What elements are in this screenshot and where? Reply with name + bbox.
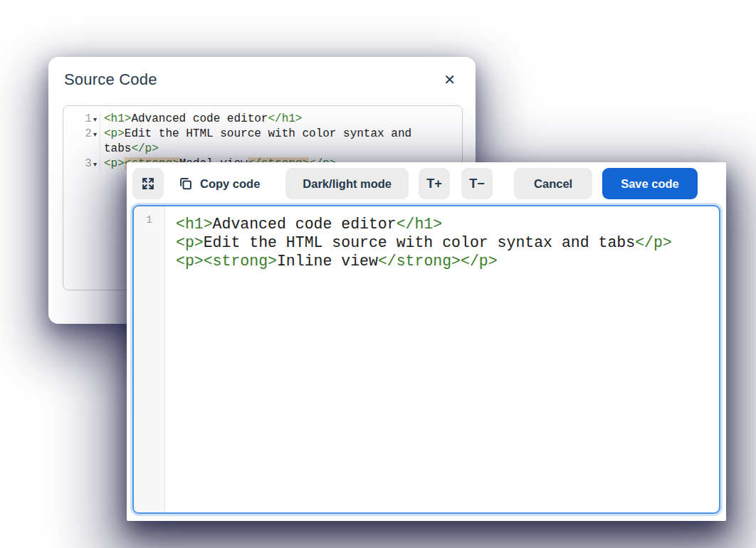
- code-line: <p>Edit the HTML source with color synta…: [176, 233, 712, 252]
- code-line: <h1>Advanced code editor</h1>: [100, 112, 462, 127]
- code-line: tabs</p>: [100, 142, 462, 157]
- close-button[interactable]: ✕: [441, 70, 458, 90]
- code-line: <p>Edit the HTML source with color synta…: [100, 127, 462, 142]
- dark-light-mode-label: Dark/light mode: [303, 177, 392, 191]
- dialog-header: Source Code ✕: [48, 57, 476, 90]
- font-size-increase-button[interactable]: T+: [419, 168, 450, 199]
- fullscreen-button[interactable]: [132, 168, 164, 199]
- expand-arrows-icon: [140, 176, 156, 191]
- font-size-decrease-button[interactable]: T−: [461, 168, 493, 199]
- font-size-increase-label: T+: [426, 176, 442, 191]
- dialog-title: Source Code: [64, 70, 157, 89]
- save-code-label: Save code: [621, 177, 679, 191]
- copy-code-button[interactable]: Copy code: [175, 168, 263, 199]
- code-editor[interactable]: 1 <h1>Advanced code editor</h1><p>Edit t…: [132, 205, 720, 514]
- dark-light-mode-button[interactable]: Dark/light mode: [285, 168, 409, 199]
- code-content[interactable]: <h1>Advanced code editor</h1><p>Edit the…: [165, 206, 719, 512]
- copy-icon: [178, 176, 194, 191]
- line-number-gutter: 1: [134, 206, 165, 512]
- line-number: 1: [146, 214, 152, 226]
- editor-toolbar: Copy code Dark/light mode T+ T− Cancel S…: [127, 162, 726, 205]
- copy-code-label: Copy code: [200, 177, 260, 191]
- cancel-button[interactable]: Cancel: [514, 168, 592, 199]
- code-line: <p><strong>Inline view</strong></p>: [176, 252, 712, 270]
- line-number: [63, 142, 100, 157]
- save-code-button[interactable]: Save code: [602, 168, 698, 199]
- font-size-decrease-label: T−: [469, 176, 485, 191]
- close-icon: ✕: [443, 72, 456, 88]
- line-number: 1▾: [63, 112, 100, 127]
- line-number: 3▾: [63, 157, 100, 172]
- inline-editor-panel: Copy code Dark/light mode T+ T− Cancel S…: [127, 162, 726, 521]
- line-number: 2▾: [63, 127, 100, 142]
- cancel-label: Cancel: [534, 177, 572, 191]
- code-line: <h1>Advanced code editor</h1>: [176, 215, 712, 233]
